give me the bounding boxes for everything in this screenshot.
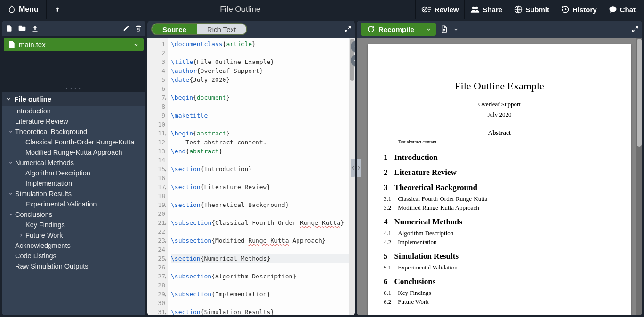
upload-button[interactable] xyxy=(32,25,39,32)
outline-item-label: Modified Runge-Kutta Approach xyxy=(25,149,122,156)
file-name: main.tex xyxy=(19,40,46,48)
arrow-up-icon xyxy=(54,6,61,13)
outline-item[interactable]: Algorithm Description xyxy=(2,168,145,178)
new-folder-button[interactable] xyxy=(18,25,26,32)
pdf-viewer[interactable]: File Outline Example Overleaf Support Ju… xyxy=(357,38,642,315)
new-file-button[interactable] xyxy=(6,25,13,32)
view-toggle: Source Rich Text xyxy=(151,23,247,35)
pdf-scrollbar-thumb[interactable] xyxy=(637,39,642,147)
outline-item-label: Acknowledgments xyxy=(15,242,71,249)
outline-item[interactable]: Key Findings xyxy=(2,220,145,230)
outline-item[interactable]: Raw Simulation Outputs xyxy=(2,261,145,271)
outline-item[interactable]: Implementation xyxy=(2,178,145,189)
refresh-icon xyxy=(367,25,375,33)
outline-item[interactable]: Introduction xyxy=(2,106,145,116)
chevron-down-icon xyxy=(7,129,15,134)
file-tree: main.tex xyxy=(2,36,145,87)
history-button[interactable]: History xyxy=(555,2,603,16)
pdf-panel: Recompile File Outline Example Overleaf … xyxy=(357,21,642,315)
code-lines[interactable]: \documentclass{article}\title{File Outli… xyxy=(168,38,355,315)
pdf-abstract-heading: Abstract xyxy=(384,129,615,136)
go-to-pdf-button[interactable] xyxy=(351,40,355,53)
pdf-subsection: 6.1Key Findings xyxy=(384,289,615,297)
outline-item-label: Implementation xyxy=(25,180,72,187)
pdf-section: 2Literature Review xyxy=(384,168,615,177)
outline-header[interactable]: File outline xyxy=(2,92,145,106)
logs-button[interactable] xyxy=(441,25,448,33)
outline-item-label: Introduction xyxy=(15,107,51,115)
pdf-section: 4Numerical Methods xyxy=(384,217,615,227)
delete-button[interactable] xyxy=(135,25,142,32)
outline-item[interactable]: Simulation Results xyxy=(2,189,145,199)
topbar: Menu File Outline Review Share Submit Hi… xyxy=(0,0,644,19)
review-button[interactable]: Review xyxy=(416,3,465,16)
outline-item[interactable]: Modified Runge-Kutta Approach xyxy=(2,147,145,158)
review-icon xyxy=(421,6,432,13)
arrow-right-icon xyxy=(354,43,355,50)
resize-handle[interactable]: • • • • xyxy=(2,87,145,92)
splitter-handle-right[interactable] xyxy=(357,158,361,177)
overleaf-logo-icon xyxy=(8,5,16,14)
pdf-section: 3Theoretical Background xyxy=(384,183,615,192)
expand-icon xyxy=(632,26,638,32)
outline-item-label: Classical Fourth-Order Runge-Kutta xyxy=(25,138,134,146)
menu-button[interactable]: Menu xyxy=(3,3,43,16)
pdf-toolbar: Recompile xyxy=(357,21,642,38)
pdf-date: July 2020 xyxy=(384,111,615,119)
source-tab[interactable]: Source xyxy=(152,24,197,34)
pdf-scrollbar[interactable] xyxy=(636,38,642,315)
editor-toolbar: Source Rich Text xyxy=(147,21,355,38)
recompile-dropdown[interactable] xyxy=(421,23,436,36)
file-item-main-tex[interactable]: main.tex xyxy=(4,38,144,51)
left-panel: main.tex • • • • File outline Introducti… xyxy=(2,21,145,315)
outline-item[interactable]: Code Listings xyxy=(2,251,145,261)
chevron-down-icon xyxy=(6,96,11,102)
download-button[interactable] xyxy=(452,26,459,33)
chat-button[interactable]: Chat xyxy=(603,2,641,16)
rename-button[interactable] xyxy=(123,25,129,32)
outline-item[interactable]: Classical Fourth-Order Runge-Kutta xyxy=(2,137,145,147)
chevron-down-icon xyxy=(7,212,15,217)
svg-point-0 xyxy=(422,7,427,12)
outline-item[interactable]: Acknowledgments xyxy=(2,240,145,251)
pdf-author: Overleaf Support xyxy=(384,101,615,108)
pdf-subsection: 4.1Algorithm Description xyxy=(384,230,615,237)
expand-icon xyxy=(345,26,351,32)
recompile-button[interactable]: Recompile xyxy=(361,23,421,36)
outline-item[interactable]: Experimental Validation xyxy=(2,199,145,209)
chevron-down-icon xyxy=(7,160,15,165)
outline-item-label: Conclusions xyxy=(15,211,52,218)
submit-button[interactable]: Submit xyxy=(508,2,555,16)
go-to-code-button[interactable] xyxy=(351,55,355,67)
svg-point-1 xyxy=(472,7,475,9)
menu-label: Menu xyxy=(19,5,39,14)
outline-item[interactable]: Literature Review xyxy=(2,116,145,127)
outline-item[interactable]: Future Work xyxy=(2,230,145,240)
review-label: Review xyxy=(435,6,459,14)
outline-item-label: Raw Simulation Outputs xyxy=(15,262,89,270)
outline-item-label: Literature Review xyxy=(15,118,68,125)
outline-item-label: Future Work xyxy=(25,231,63,239)
submit-label: Submit xyxy=(525,6,549,14)
file-icon xyxy=(8,41,15,48)
pdf-subsection: 4.2Implementation xyxy=(384,238,615,246)
outline-item[interactable]: Theoretical Background xyxy=(2,127,145,137)
code-editor[interactable]: 1234567▾891011▾12131415▾1617▾1819▾2021▾2… xyxy=(147,38,355,315)
share-button[interactable]: Share xyxy=(465,3,508,16)
outline-item-label: Algorithm Description xyxy=(25,169,90,177)
up-button[interactable] xyxy=(49,4,65,15)
expand-pdf-button[interactable] xyxy=(632,26,638,32)
history-icon xyxy=(561,5,570,14)
splitter-handle-left[interactable] xyxy=(351,158,355,177)
outline-item-label: Simulation Results xyxy=(15,190,72,198)
outline-item[interactable]: Numerical Methods xyxy=(2,158,145,168)
expand-editor-button[interactable] xyxy=(345,26,351,32)
pdf-subsection: 3.2Modified Runge-Kutta Approach xyxy=(384,204,615,212)
pdf-section: 6Conclusions xyxy=(384,277,615,286)
arrow-left-icon xyxy=(354,57,355,64)
outline-item[interactable]: Conclusions xyxy=(2,209,145,220)
history-label: History xyxy=(572,6,597,14)
line-gutter: 1234567▾891011▾12131415▾1617▾1819▾2021▾2… xyxy=(147,38,168,315)
chevron-right-icon xyxy=(17,233,25,238)
richtext-tab[interactable]: Rich Text xyxy=(197,24,246,34)
